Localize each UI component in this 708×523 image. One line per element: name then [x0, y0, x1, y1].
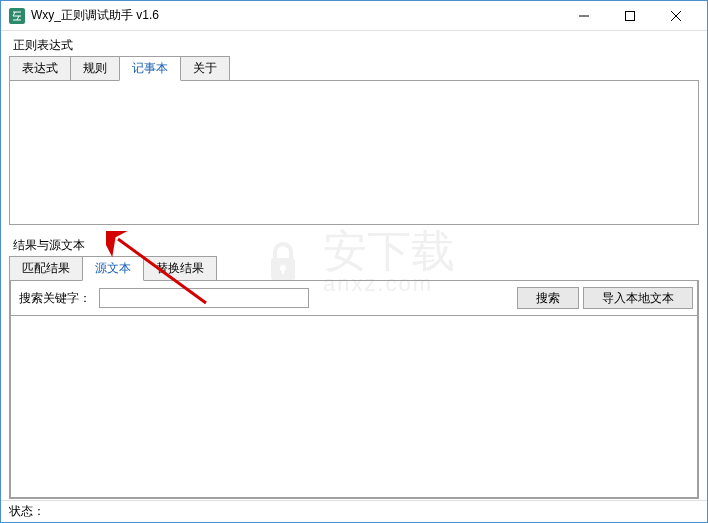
search-bar: 搜索关键字： 搜索 导入本地文本 — [10, 281, 698, 316]
results-tab-panel: 搜索关键字： 搜索 导入本地文本 — [9, 280, 699, 499]
titlebar: Wxy_正则调试助手 v1.6 — [1, 1, 707, 31]
search-button[interactable]: 搜索 — [517, 287, 579, 309]
tab-replace-results[interactable]: 替换结果 — [143, 256, 217, 280]
search-label: 搜索关键字： — [15, 290, 95, 307]
tab-rules[interactable]: 规则 — [70, 56, 120, 80]
top-tabs: 表达式 规则 记事本 关于 — [9, 56, 699, 80]
svg-rect-1 — [626, 11, 635, 20]
tab-source-text[interactable]: 源文本 — [82, 256, 144, 281]
notepad-textarea[interactable] — [10, 81, 698, 224]
source-text-panel — [10, 316, 698, 498]
top-tab-panel — [9, 80, 699, 225]
window-controls — [561, 1, 699, 31]
app-icon — [9, 8, 25, 24]
tab-match-results[interactable]: 匹配结果 — [9, 256, 83, 280]
app-window: Wxy_正则调试助手 v1.6 正则表达式 表达式 规则 记事本 关于 结果与源… — [0, 0, 708, 523]
regex-group-label: 正则表达式 — [9, 33, 699, 56]
status-bar: 状态： — [1, 500, 707, 522]
tab-notepad[interactable]: 记事本 — [119, 56, 181, 81]
search-input[interactable] — [99, 288, 309, 308]
results-group-label: 结果与源文本 — [9, 233, 699, 256]
minimize-button[interactable] — [561, 1, 607, 31]
close-button[interactable] — [653, 1, 699, 31]
status-label: 状态： — [9, 504, 45, 518]
import-local-text-button[interactable]: 导入本地文本 — [583, 287, 693, 309]
tab-expression[interactable]: 表达式 — [9, 56, 71, 80]
source-textarea[interactable] — [11, 316, 697, 497]
maximize-button[interactable] — [607, 1, 653, 31]
tab-about[interactable]: 关于 — [180, 56, 230, 80]
results-tabs: 匹配结果 源文本 替换结果 — [9, 256, 699, 280]
window-title: Wxy_正则调试助手 v1.6 — [31, 7, 561, 24]
